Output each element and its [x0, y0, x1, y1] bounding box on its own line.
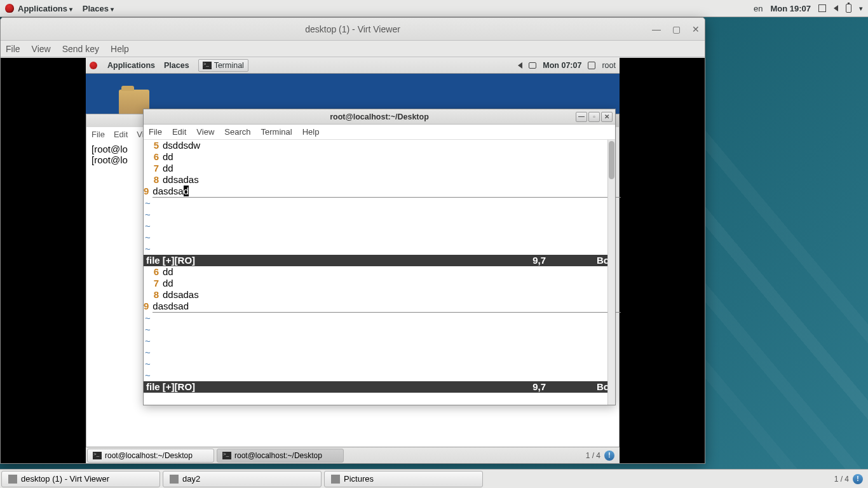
- scrollbar-thumb[interactable]: [609, 141, 614, 179]
- menu-sendkey[interactable]: Send key: [62, 44, 99, 54]
- terminal-icon: [93, 452, 102, 459]
- network-icon[interactable]: [529, 62, 536, 69]
- volume-icon[interactable]: [834, 5, 838, 11]
- status-position: 9,7: [532, 381, 546, 393]
- places-menu[interactable]: Places: [83, 4, 114, 13]
- minimize-button[interactable]: —: [576, 112, 587, 122]
- redhat-icon: [5, 4, 14, 13]
- host-clock[interactable]: Mon 19:07: [770, 4, 811, 13]
- taskbar-button-day2[interactable]: day2: [163, 471, 322, 487]
- redhat-icon: [90, 62, 97, 69]
- vim-pane-bottom[interactable]: 6dd 7dd 8ddsadas 9dasdsad ~~~~~~: [144, 266, 615, 381]
- host-bottom-panel: desktop (1) - Virt Viewer day2 Pictures …: [0, 469, 868, 488]
- close-button[interactable]: ✕: [601, 112, 613, 122]
- foreground-terminal-window[interactable]: root@localhost:~/Desktop — ▫ ✕ File Edit…: [143, 109, 616, 405]
- guest-clock[interactable]: Mon 07:07: [543, 61, 581, 70]
- guest-places-menu[interactable]: Places: [164, 61, 189, 70]
- menu-search[interactable]: Search: [224, 127, 250, 137]
- workspace-switcher-icon[interactable]: !: [604, 451, 614, 461]
- virt-viewer-window: desktop (1) - Virt Viewer — ▢ ✕ File Vie…: [0, 17, 705, 464]
- guest-bottom-panel: root@localhost:~/Desktop root@localhost:…: [86, 447, 620, 463]
- guest-top-panel: Applications Places Terminal Mon 07:07 r…: [86, 58, 620, 74]
- host-top-panel: Applications Places en Mon 19:07 ▾: [0, 0, 868, 17]
- fg-term-menubar: File Edit View Search Terminal Help: [144, 125, 615, 140]
- taskbar-button-terminal-2[interactable]: root@localhost:~/Desktop: [217, 449, 344, 463]
- minimize-button[interactable]: —: [652, 24, 661, 34]
- vim-statusbar-bottom: file [+][RO] 9,7 Bot: [144, 381, 615, 393]
- menu-view[interactable]: View: [196, 127, 214, 137]
- status-filename: file [+][RO]: [146, 255, 195, 266]
- menu-file[interactable]: File: [92, 130, 105, 139]
- host-tray: en Mon 19:07 ▾: [754, 4, 863, 13]
- menu-file[interactable]: File: [6, 44, 20, 54]
- menu-terminal[interactable]: Terminal: [261, 127, 292, 137]
- maximize-button[interactable]: ▫: [588, 112, 600, 122]
- taskbar-button-virt-viewer[interactable]: desktop (1) - Virt Viewer: [1, 471, 160, 487]
- menu-view[interactable]: View: [32, 44, 51, 54]
- maximize-button[interactable]: ▢: [672, 24, 681, 34]
- fg-term-titlebar[interactable]: root@localhost:~/Desktop — ▫ ✕: [144, 109, 615, 125]
- status-filename: file [+][RO]: [146, 381, 195, 393]
- user-icon[interactable]: [588, 62, 595, 69]
- terminal-icon: [222, 452, 231, 459]
- terminal-icon: [203, 62, 212, 69]
- virt-viewport[interactable]: Applications Places Terminal Mon 07:07 r…: [1, 58, 705, 463]
- menu-help[interactable]: Help: [302, 127, 320, 137]
- window-icon: [8, 475, 17, 484]
- window-title: desktop (1) - Virt Viewer: [305, 24, 400, 34]
- guest-user-label[interactable]: root: [602, 61, 616, 70]
- virt-viewer-menubar: File View Send key Help: [1, 41, 705, 57]
- workspace-switcher-icon[interactable]: !: [853, 474, 863, 484]
- volume-icon[interactable]: [518, 62, 522, 69]
- menu-edit[interactable]: Edit: [114, 130, 128, 139]
- host-workspace-indicator[interactable]: 1 / 4 !: [834, 474, 863, 484]
- taskbar-button-pictures[interactable]: Pictures: [324, 471, 483, 487]
- guest-desktop: Applications Places Terminal Mon 07:07 r…: [86, 58, 620, 463]
- window-list-icon[interactable]: [818, 4, 826, 12]
- folder-icon: [331, 475, 340, 484]
- menu-help[interactable]: Help: [111, 44, 129, 54]
- status-position: 9,7: [532, 255, 546, 266]
- battery-icon[interactable]: [846, 4, 851, 13]
- folder-icon: [170, 475, 179, 484]
- applications-menu[interactable]: Applications: [18, 4, 72, 13]
- vim-statusbar-top: file [+][RO] 9,7 Bot: [144, 255, 615, 266]
- vim-pane-top[interactable]: 5dsddsdw 6dd 7dd 8ddsadas 9dasdsad ~~~~~: [144, 140, 615, 255]
- guest-workspace-indicator[interactable]: 1 / 4 !: [586, 451, 614, 461]
- terminal-taskbar-button[interactable]: Terminal: [198, 59, 248, 72]
- fg-term-title: root@localhost:~/Desktop: [330, 112, 429, 121]
- menu-file[interactable]: File: [149, 127, 162, 137]
- fg-term-body[interactable]: 5dsddsdw 6dd 7dd 8ddsadas 9dasdsad ~~~~~…: [144, 140, 615, 405]
- keyboard-lang-indicator[interactable]: en: [754, 4, 763, 13]
- close-button[interactable]: ✕: [692, 24, 700, 34]
- scrollbar[interactable]: [607, 140, 615, 405]
- virt-viewer-titlebar[interactable]: desktop (1) - Virt Viewer — ▢ ✕: [1, 18, 705, 41]
- guest-applications-menu[interactable]: Applications: [107, 61, 155, 70]
- menu-edit[interactable]: Edit: [172, 127, 186, 137]
- vim-cursor: d: [184, 186, 189, 196]
- taskbar-button-terminal-1[interactable]: root@localhost:~/Desktop: [87, 449, 214, 463]
